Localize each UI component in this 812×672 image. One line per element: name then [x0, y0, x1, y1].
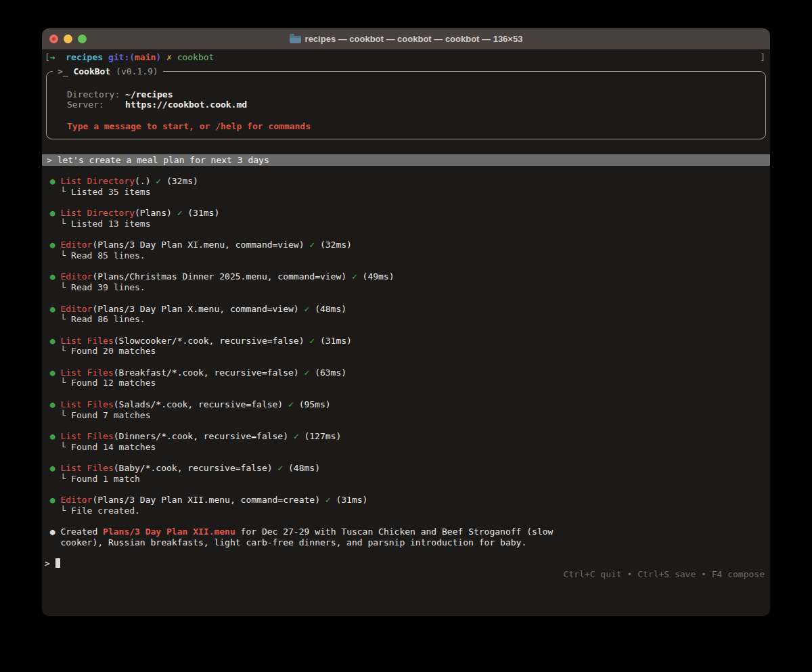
status-bullet-icon: ● [50, 399, 55, 409]
status-bullet-icon: ● [50, 304, 55, 314]
tool-call-result: └Found 1 match [45, 474, 767, 485]
tool-call-header: ●List Directory(.)✓(32ms) [45, 176, 767, 187]
tool-call-entry: ●List Files(Slowcooker/*.cook, recursive… [45, 336, 767, 357]
tool-args: (Salads/*.cook, recursive=false) [114, 399, 283, 409]
tool-call-entry: ●List Files(Baby/*.cook, recursive=false… [45, 463, 767, 484]
directory-value: ~/recipes [125, 89, 173, 99]
result-branch-icon: └ [60, 474, 66, 484]
prompt-close-bracket: ] [760, 52, 765, 63]
tool-call-entry: ●Editor(Plans/3 Day Plan XII.menu, comma… [45, 495, 767, 516]
user-message-prompt: > [47, 155, 52, 165]
assistant-summary: ● Created Plans/3 Day Plan XII.menu for … [45, 527, 767, 547]
tool-call-header: ●List Files(Slowcooker/*.cook, recursive… [45, 336, 767, 346]
status-bullet-icon: ● [50, 208, 55, 218]
tool-call-result: └Found 20 matches [45, 346, 767, 357]
tool-call-entry: ●Editor(Plans/Christmas Dinner 2025.menu… [45, 271, 767, 292]
tool-call-entry: ●List Files(Dinners/*.cook, recursive=fa… [45, 431, 767, 452]
tool-duration: (95ms) [299, 399, 331, 409]
text-cursor [55, 558, 61, 568]
tool-name: Editor [60, 240, 92, 250]
git-prefix: git:( [108, 52, 135, 62]
tool-duration: (31ms) [187, 208, 219, 218]
summary-prefix: Created [60, 527, 103, 537]
tool-duration: (32ms) [166, 176, 198, 186]
tool-result-text: File created. [71, 506, 140, 516]
status-bullet-icon: ● [50, 271, 55, 282]
tool-call-result: └Found 14 matches [45, 442, 767, 453]
check-icon: ✓ [304, 367, 309, 378]
tool-args: (Plans) [135, 208, 172, 218]
banner-server-row: Server:https://cookbot.cook.md [67, 99, 759, 110]
tool-duration: (48ms) [288, 463, 320, 473]
tool-call-header: ●List Files(Baby/*.cook, recursive=false… [45, 463, 767, 474]
status-bullet-icon: ● [50, 495, 55, 505]
tool-duration: (48ms) [315, 304, 346, 314]
check-icon: ✓ [177, 208, 183, 218]
tool-result-text: Listed 13 items [71, 219, 150, 229]
window-title-text: recipes — cookbot — cookbot — cookbot — … [305, 34, 523, 44]
result-branch-icon: └ [60, 442, 66, 452]
result-branch-icon: └ [60, 187, 66, 197]
tool-result-text: Found 7 matches [71, 410, 150, 420]
tool-result-text: Read 85 lines. [71, 250, 145, 261]
git-branch: main [135, 52, 156, 62]
prompt-arrow-icon: → [50, 52, 55, 62]
tool-call-result: └Read 39 lines. [45, 282, 767, 293]
check-icon: ✓ [352, 271, 357, 282]
tool-result-text: Read 39 lines. [71, 282, 145, 292]
result-branch-icon: └ [60, 219, 66, 229]
check-icon: ✓ [325, 495, 331, 505]
status-bullet-icon: ● [50, 336, 55, 346]
result-branch-icon: └ [60, 346, 66, 356]
terminal-content[interactable]: [→recipesgit:(main)✗cookbot] >_CookBot(v… [42, 51, 770, 616]
tool-result-text: Read 86 lines. [71, 314, 145, 324]
tool-args: (Plans/Christmas Dinner 2025.menu, comma… [92, 271, 346, 282]
directory-label: Directory: [67, 89, 125, 100]
check-icon: ✓ [277, 463, 283, 473]
tool-call-header: ●Editor(Plans/3 Day Plan XI.menu, comman… [45, 240, 767, 250]
banner-directory-row: Directory:~/recipes [67, 89, 759, 100]
check-icon: ✓ [309, 336, 315, 346]
summary-file-name: Plans/3 Day Plan XII.menu [103, 527, 235, 537]
result-branch-icon: └ [60, 282, 66, 292]
result-branch-icon: └ [60, 410, 66, 420]
tool-call-result: └Read 85 lines. [45, 250, 767, 261]
tool-duration: (49ms) [363, 271, 394, 282]
folder-icon [290, 36, 301, 43]
window-titlebar[interactable]: recipes — cookbot — cookbot — cookbot — … [42, 28, 770, 50]
close-button[interactable] [49, 35, 58, 43]
check-icon: ✓ [294, 431, 299, 441]
user-message-bar[interactable]: >let's create a meal plan for next 3 day… [42, 154, 770, 166]
terminal-window: recipes — cookbot — cookbot — cookbot — … [42, 28, 770, 616]
user-message-text: let's create a meal plan for next 3 days [58, 155, 269, 165]
prompt-open-bracket: [ [45, 52, 50, 62]
tool-call-result: └Read 86 lines. [45, 314, 767, 325]
tool-call-entry: ●List Files(Breakfast/*.cook, recursive=… [45, 367, 767, 388]
tool-result-text: Found 12 matches [71, 378, 156, 388]
tool-call-result: └Found 12 matches [45, 378, 767, 388]
tool-result-text: Listed 35 items [71, 187, 150, 197]
tool-call-result: └File created. [45, 506, 767, 516]
input-prompt-line[interactable]: > [45, 558, 767, 569]
keybinding-status-bar: Ctrl+C quit • Ctrl+S save • F4 compose [45, 569, 767, 580]
result-branch-icon: └ [60, 506, 66, 516]
zoom-button[interactable] [78, 35, 87, 43]
tool-name: List Directory [60, 208, 135, 218]
check-icon: ✓ [288, 399, 294, 409]
check-icon: ✓ [304, 304, 309, 314]
banner-hint: Type a message to start, or /help for co… [67, 121, 759, 132]
tool-call-entry: ●Editor(Plans/3 Day Plan XI.menu, comman… [45, 240, 767, 261]
tool-args: (Dinners/*.cook, recursive=false) [114, 431, 288, 441]
tool-args: (Plans/3 Day Plan X.menu, command=view) [92, 304, 298, 314]
git-suffix: ) [156, 52, 161, 62]
status-bullet-icon: ● [50, 367, 55, 378]
tool-args: (Baby/*.cook, recursive=false) [114, 463, 273, 473]
summary-bullet-icon: ● [50, 527, 55, 537]
tool-name: Editor [60, 304, 92, 314]
tool-call-result: └Listed 13 items [45, 219, 767, 229]
server-value: https://cookbot.cook.md [125, 99, 247, 110]
minimize-button[interactable] [64, 35, 72, 43]
server-label: Server: [67, 99, 125, 110]
tool-args: (Breakfast/*.cook, recursive=false) [114, 367, 299, 378]
tool-call-header: ●List Files(Dinners/*.cook, recursive=fa… [45, 431, 767, 442]
